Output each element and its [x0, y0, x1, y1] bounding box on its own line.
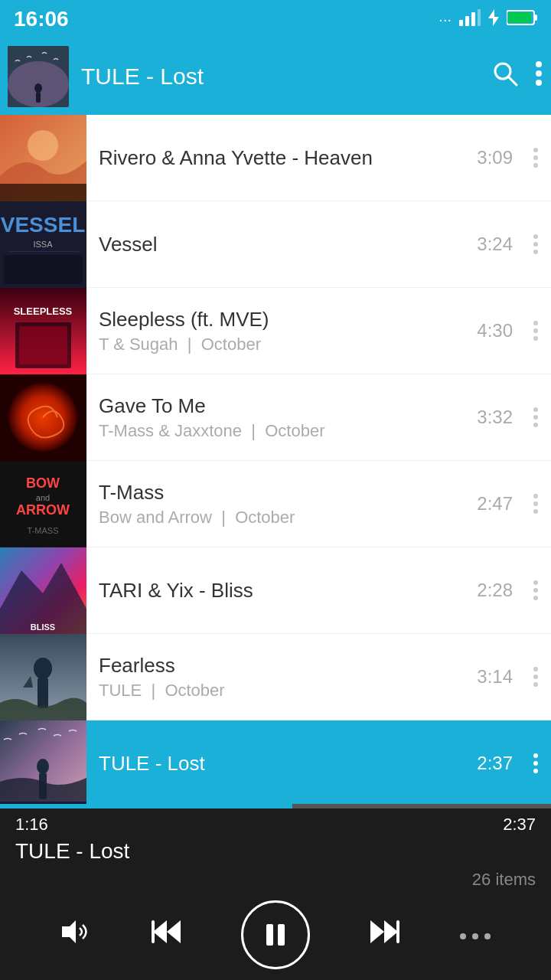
fast-forward-button[interactable]	[367, 917, 401, 953]
svg-rect-11	[36, 92, 41, 103]
svg-point-16	[536, 80, 542, 86]
song-info-fearless: Fearless TULE | October	[86, 654, 477, 701]
album-art-sleepless: SLEEPLESS	[0, 288, 86, 374]
list-item[interactable]: BLISS TARI & Yix - Bliss 2:28	[0, 547, 551, 634]
svg-text:T-MASS: T-MASS	[28, 526, 59, 535]
song-info-gave: Gave To Me T-Mass & Jaxxtone | October	[86, 394, 477, 441]
svg-rect-1	[465, 16, 469, 26]
signal-bars-icon	[459, 9, 481, 30]
svg-rect-33	[19, 326, 67, 364]
song-duration: 3:32	[477, 407, 520, 428]
header-actions	[491, 60, 543, 93]
song-duration: 2:28	[477, 580, 520, 601]
svg-marker-79	[167, 920, 181, 943]
album-art-fearless	[0, 634, 86, 720]
list-item[interactable]: Gave To Me T-Mass & Jaxxtone | October 3…	[0, 374, 551, 461]
svg-rect-82	[278, 924, 285, 946]
song-info-heaven: Rivero & Anna Yvette - Heaven	[86, 146, 477, 170]
song-duration: 4:30	[477, 320, 520, 341]
svg-rect-80	[152, 920, 155, 943]
song-title: Sleepless (ft. MVE)	[99, 308, 465, 332]
svg-point-59	[533, 675, 538, 679]
svg-text:BOW: BOW	[26, 475, 60, 491]
song-info-sleepless: Sleepless (ft. MVE) T & Sugah | October	[86, 308, 477, 354]
svg-rect-0	[459, 20, 463, 26]
svg-point-35	[533, 328, 538, 333]
song-more-icon[interactable]	[520, 752, 551, 775]
svg-point-87	[472, 933, 478, 939]
song-duration: 2:47	[477, 493, 520, 514]
svg-point-14	[536, 61, 542, 67]
song-title: Rivero & Anna Yvette - Heaven	[99, 146, 465, 170]
svg-point-19	[533, 148, 538, 152]
progress-bar-fill	[0, 804, 292, 808]
list-item-active[interactable]: TULE - Lost 2:37	[0, 720, 551, 807]
list-item[interactable]: SLEEPLESS Sleepless (ft. MVE) T & Sugah …	[0, 288, 551, 374]
svg-rect-7	[508, 12, 531, 23]
lightning-icon	[488, 9, 499, 30]
svg-marker-77	[62, 920, 76, 943]
now-playing-title: TULE - Lost	[0, 835, 551, 868]
song-title: Fearless	[99, 654, 465, 678]
svg-point-47	[533, 494, 538, 498]
song-more-icon[interactable]	[520, 319, 551, 342]
svg-point-86	[460, 933, 466, 939]
svg-point-10	[34, 83, 42, 93]
svg-rect-3	[478, 9, 481, 26]
song-duration: 3:14	[477, 666, 520, 688]
song-more-icon[interactable]	[520, 665, 551, 688]
song-more-icon[interactable]	[520, 492, 551, 515]
svg-rect-85	[396, 920, 399, 943]
song-info-lost: TULE - Lost	[86, 752, 477, 776]
rewind-button[interactable]	[150, 917, 184, 953]
header: TULE - Lost	[0, 38, 551, 115]
svg-rect-81	[266, 924, 273, 946]
song-info-tmass: T-Mass Bow and Arrow | October	[86, 481, 477, 528]
pause-button[interactable]	[241, 900, 310, 969]
svg-point-29	[533, 250, 538, 254]
svg-point-36	[533, 336, 538, 341]
more-options-button[interactable]	[458, 921, 492, 949]
progress-bar[interactable]	[0, 804, 551, 808]
svg-marker-83	[370, 920, 384, 943]
progress-times: 1:16 2:37	[0, 808, 551, 835]
current-time: 1:16	[15, 815, 48, 835]
svg-text:ARROW: ARROW	[16, 502, 70, 518]
song-title: TULE - Lost	[99, 752, 465, 776]
svg-rect-2	[471, 12, 475, 26]
volume-button[interactable]	[59, 917, 93, 953]
song-more-icon[interactable]	[520, 406, 551, 429]
album-art-gave	[0, 374, 86, 461]
svg-point-34	[533, 321, 538, 325]
song-title: TARI & Yix - Bliss	[99, 579, 465, 603]
song-list: Rivero & Anna Yvette - Heaven 3:09 VESSE…	[0, 115, 551, 880]
search-icon[interactable]	[491, 60, 519, 93]
song-meta: T & Sugah | October	[99, 335, 465, 354]
svg-point-64	[533, 753, 538, 758]
svg-point-21	[533, 163, 538, 168]
song-more-icon[interactable]	[520, 146, 551, 169]
list-item[interactable]: BOW and ARROW T-MASS T-Mass Bow and Arro…	[0, 461, 551, 547]
svg-rect-57	[37, 678, 48, 708]
svg-point-49	[533, 509, 538, 514]
svg-rect-26	[4, 255, 83, 284]
svg-point-66	[533, 769, 538, 773]
svg-marker-4	[488, 9, 499, 26]
svg-text:SLEEPLESS: SLEEPLESS	[14, 305, 73, 317]
now-playing-bar: 1:16 2:37 TULE - Lost 26 items	[0, 804, 551, 980]
list-item[interactable]: Fearless TULE | October 3:14	[0, 634, 551, 720]
svg-point-18	[28, 130, 58, 161]
song-more-icon[interactable]	[520, 233, 551, 256]
list-item[interactable]: VESSEL ISSA Vessel 3:24	[0, 201, 551, 288]
song-meta: Bow and Arrow | October	[99, 508, 465, 528]
list-item[interactable]: Rivero & Anna Yvette - Heaven 3:09	[0, 115, 551, 201]
svg-marker-84	[384, 920, 398, 943]
svg-point-48	[533, 501, 538, 506]
song-more-icon[interactable]	[520, 579, 551, 602]
svg-text:ISSA: ISSA	[33, 240, 53, 249]
song-duration: 3:24	[477, 234, 520, 255]
svg-point-56	[34, 658, 52, 679]
signal-dots-icon: ···	[439, 11, 452, 28]
more-options-icon[interactable]	[534, 60, 543, 93]
song-meta: TULE | October	[99, 681, 465, 701]
